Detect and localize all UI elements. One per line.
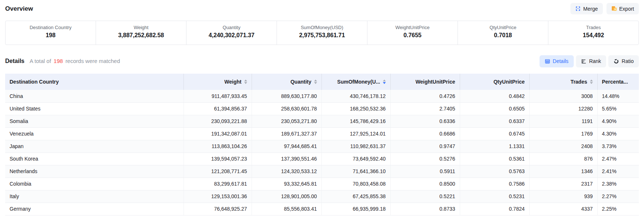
cell-trades: 2317 xyxy=(529,178,597,190)
stat-item: Trades 154,492 xyxy=(548,21,638,45)
cell-destination-country: Italy xyxy=(5,190,184,203)
cell-percentage: 2.38% xyxy=(597,178,639,190)
stat-label: SumOfMoney(USD) xyxy=(277,25,367,30)
cell-weight: 113,863,104.26 xyxy=(184,140,252,152)
cell-sum-of-money: 110,982,631.37 xyxy=(321,140,390,152)
merge-button[interactable]: Merge xyxy=(570,3,603,14)
cell-weight: 83,299,617.81 xyxy=(184,178,252,190)
col-header-sum-of-money[interactable]: SumOfMoney(U... xyxy=(321,74,390,90)
cell-trades: 1191 xyxy=(529,115,597,127)
cell-weight-unit-price: 0.8500 xyxy=(390,178,460,190)
cell-weight-unit-price: 0.6336 xyxy=(390,115,460,127)
stat-item: Weight 3,887,252,682.58 xyxy=(96,21,186,45)
col-header-percentage: Percenta... xyxy=(597,74,639,90)
col-header-destination-country: Destination Country xyxy=(5,74,184,90)
export-icon xyxy=(611,6,617,11)
table-row: South Korea 139,594,057.23 137,390,551.4… xyxy=(5,152,639,165)
col-header-qty-unit-price: QtyUnitPrice xyxy=(460,74,529,90)
cell-qty-unit-price: 0.6745 xyxy=(460,127,529,140)
cell-sum-of-money: 127,925,124.01 xyxy=(321,127,390,140)
tab-ratio[interactable]: Ratio xyxy=(608,55,639,67)
cell-qty-unit-price: 0.6505 xyxy=(460,102,529,115)
table-row: Venezuela 191,342,087.01 189,671,327.37 … xyxy=(5,127,639,140)
table-row: Germany 76,648,925.27 85,556,803.41 66,9… xyxy=(5,203,639,215)
merge-icon xyxy=(575,6,581,11)
cell-percentage: 5.65% xyxy=(597,102,639,115)
table-row: Netherlands 121,208,771.45 124,320,533.1… xyxy=(5,165,639,178)
cell-destination-country: China xyxy=(5,90,184,102)
stat-value: 0.7655 xyxy=(367,32,458,39)
stat-value: 198 xyxy=(6,32,96,39)
cell-quantity: 230,053,271.80 xyxy=(252,115,321,127)
sort-icon[interactable] xyxy=(590,80,593,84)
stat-label: WeightUnitPrice xyxy=(367,25,458,30)
cell-weight: 61,394,856.37 xyxy=(184,102,252,115)
table-row: United States 61,394,856.37 258,630,601.… xyxy=(5,102,639,115)
cell-percentage: 2.41% xyxy=(597,165,639,178)
cell-sum-of-money: 67,425,855.38 xyxy=(321,190,390,203)
cell-destination-country: Somalia xyxy=(5,115,184,127)
cell-quantity: 93,332,645.81 xyxy=(252,178,321,190)
pie-chart-icon xyxy=(613,59,619,64)
export-button[interactable]: Export xyxy=(606,3,639,14)
cell-weight: 139,594,057.23 xyxy=(184,152,252,165)
cell-trades: 1769 xyxy=(529,127,597,140)
cell-weight: 121,208,771.45 xyxy=(184,165,252,178)
col-header-trades[interactable]: Trades xyxy=(529,74,597,90)
tab-ratio-label: Ratio xyxy=(622,58,634,64)
page-title: Overview xyxy=(5,5,33,13)
cell-destination-country: Japan xyxy=(5,140,184,152)
cell-destination-country: Netherlands xyxy=(5,165,184,178)
col-header-quantity[interactable]: Quantity xyxy=(252,74,321,90)
cell-quantity: 189,671,327.37 xyxy=(252,127,321,140)
sort-icon[interactable] xyxy=(244,80,247,84)
cell-destination-country: Germany xyxy=(5,203,184,215)
table-body: China 911,487,933.45 889,630,177.80 430,… xyxy=(5,90,639,215)
matched-count: 198 xyxy=(54,58,63,64)
cell-trades: 4337 xyxy=(529,203,597,215)
cell-qty-unit-price: 0.7586 xyxy=(460,178,529,190)
stat-item: Destination Country 198 xyxy=(6,21,96,45)
col-header-weight-unit-price: WeightUnitPrice xyxy=(390,74,460,90)
cell-destination-country: South Korea xyxy=(5,152,184,165)
tab-details[interactable]: Details xyxy=(540,55,574,67)
cell-weight-unit-price: 0.4726 xyxy=(390,90,460,102)
table-header: Destination Country Weight Quantity SumO… xyxy=(5,74,639,90)
cell-weight: 911,487,933.45 xyxy=(184,90,252,102)
cell-percentage: 2.47% xyxy=(597,152,639,165)
cell-weight-unit-price: 0.6686 xyxy=(390,127,460,140)
cell-weight-unit-price: 0.5276 xyxy=(390,152,460,165)
sort-icon-active-desc[interactable] xyxy=(383,80,386,84)
stat-item: SumOfMoney(USD) 2,975,753,861.71 xyxy=(277,21,367,45)
cell-weight-unit-price: 0.5911 xyxy=(390,165,460,178)
cell-weight: 129,153,001.36 xyxy=(184,190,252,203)
cell-sum-of-money: 70,803,458.08 xyxy=(321,178,390,190)
sort-icon[interactable] xyxy=(314,80,317,84)
stat-value: 0.7018 xyxy=(458,32,548,39)
cell-destination-country: United States xyxy=(5,102,184,115)
cell-quantity: 85,556,803.41 xyxy=(252,203,321,215)
cell-destination-country: Venezuela xyxy=(5,127,184,140)
cell-qty-unit-price: 0.4842 xyxy=(460,90,529,102)
view-toggle: Details Rank Ratio xyxy=(540,55,639,67)
cell-percentage: 2.25% xyxy=(597,203,639,215)
cell-trades: 2408 xyxy=(529,140,597,152)
tab-details-label: Details xyxy=(553,58,569,64)
cell-percentage: 4.30% xyxy=(597,127,639,140)
tab-rank-label: Rank xyxy=(589,58,601,64)
cell-quantity: 124,320,533.12 xyxy=(252,165,321,178)
cell-sum-of-money: 430,746,178.12 xyxy=(321,90,390,102)
export-button-label: Export xyxy=(619,6,634,12)
cell-destination-country: Colombia xyxy=(5,178,184,190)
cell-weight-unit-price: 2.7405 xyxy=(390,102,460,115)
col-header-weight[interactable]: Weight xyxy=(184,74,252,90)
stat-label: QtyUnitPrice xyxy=(458,25,548,30)
overview-stats-card: Destination Country 198 Weight 3,887,252… xyxy=(5,21,639,45)
stat-value: 3,887,252,682.58 xyxy=(96,32,186,39)
cell-qty-unit-price: 0.5231 xyxy=(460,190,529,203)
details-title-group: Details A total of198records were matche… xyxy=(5,58,120,64)
cell-qty-unit-price: 0.7824 xyxy=(460,203,529,215)
stat-value: 154,492 xyxy=(548,32,638,39)
cell-percentage: 4.90% xyxy=(597,115,639,127)
tab-rank[interactable]: Rank xyxy=(576,55,606,67)
